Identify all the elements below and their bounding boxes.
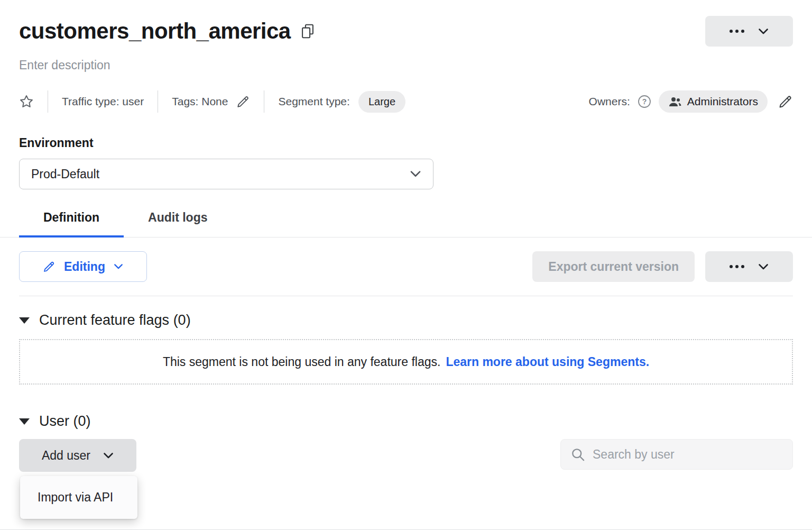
learn-more-link[interactable]: Learn more about using Segments. xyxy=(446,355,649,369)
add-user-menu: Import via API xyxy=(20,476,137,519)
chevron-down-icon xyxy=(410,170,421,178)
owners-pill[interactable]: Administrators xyxy=(659,90,768,113)
ellipsis-icon xyxy=(730,265,744,268)
users-heading-row: User (0) xyxy=(19,413,793,430)
feature-flags-heading: Current feature flags (0) xyxy=(39,312,191,328)
divider xyxy=(19,296,793,296)
divider xyxy=(48,90,48,113)
people-icon xyxy=(668,96,682,107)
edit-owners-icon[interactable] xyxy=(778,94,793,109)
segment-type-label: Segment type: xyxy=(278,95,349,108)
toolbar-more-button[interactable] xyxy=(705,251,793,282)
feature-flags-heading-row: Current feature flags (0) xyxy=(19,312,793,328)
users-section: User (0) Add user Import via API xyxy=(19,413,793,472)
edit-tags-icon[interactable] xyxy=(236,95,250,108)
copy-icon[interactable] xyxy=(301,24,314,39)
header-more-button[interactable] xyxy=(705,16,793,47)
owners-label: Owners: xyxy=(589,95,630,108)
page-header: customers_north_america xyxy=(19,16,793,47)
add-user-button[interactable]: Add user xyxy=(19,439,136,472)
segment-detail-page: customers_north_america Enter descriptio… xyxy=(0,0,812,530)
favorite-star-icon[interactable] xyxy=(19,94,34,109)
chevron-down-icon xyxy=(103,452,114,459)
users-controls: Add user Import via API xyxy=(19,439,793,472)
owners-group: Owners: ? Administrators xyxy=(589,90,793,113)
empty-state-text: This segment is not being used in any fe… xyxy=(163,355,440,369)
chevron-down-icon xyxy=(758,28,769,35)
feature-flags-empty-state: This segment is not being used in any fe… xyxy=(19,339,793,385)
tags-label: Tags: None xyxy=(172,95,228,108)
divider xyxy=(158,90,158,113)
chevron-down-icon xyxy=(114,263,123,270)
users-heading: User (0) xyxy=(39,413,91,430)
help-icon[interactable]: ? xyxy=(638,95,651,108)
collapse-triangle-icon[interactable] xyxy=(19,418,30,425)
pencil-icon xyxy=(43,260,56,273)
description-field[interactable]: Enter description xyxy=(19,58,793,72)
environment-selected-value: Prod-Default xyxy=(31,167,99,181)
search-by-user-box[interactable] xyxy=(560,439,793,470)
search-input[interactable] xyxy=(592,447,783,462)
menu-item-import-via-api[interactable]: Import via API xyxy=(22,478,136,517)
editing-status-button[interactable]: Editing xyxy=(19,251,147,282)
segment-type-badge: Large xyxy=(358,91,405,113)
chevron-down-icon xyxy=(758,263,769,270)
editing-label: Editing xyxy=(64,260,105,274)
meta-row: Traffic type: user Tags: None Segment ty… xyxy=(19,90,793,113)
export-current-version-button[interactable]: Export current version xyxy=(532,251,695,282)
svg-text:?: ? xyxy=(642,97,647,106)
definition-toolbar: Editing Export current version xyxy=(19,251,793,282)
environment-section: Environment Prod-Default xyxy=(19,136,793,189)
divider xyxy=(264,90,264,113)
tab-bar: Definition Audit logs xyxy=(0,211,812,237)
tab-definition[interactable]: Definition xyxy=(19,211,124,237)
traffic-type-label: Traffic type: user xyxy=(62,95,144,108)
collapse-triangle-icon[interactable] xyxy=(19,317,30,324)
environment-label: Environment xyxy=(19,136,793,150)
environment-select[interactable]: Prod-Default xyxy=(19,159,433,189)
owners-value: Administrators xyxy=(687,95,758,108)
page-title: customers_north_america xyxy=(19,19,291,43)
feature-flags-section: Current feature flags (0) This segment i… xyxy=(19,312,793,385)
ellipsis-icon xyxy=(730,30,744,33)
tab-audit-logs[interactable]: Audit logs xyxy=(124,211,232,237)
add-user-wrapper: Add user Import via API xyxy=(19,439,136,472)
search-icon xyxy=(570,447,585,462)
add-user-label: Add user xyxy=(42,449,90,463)
